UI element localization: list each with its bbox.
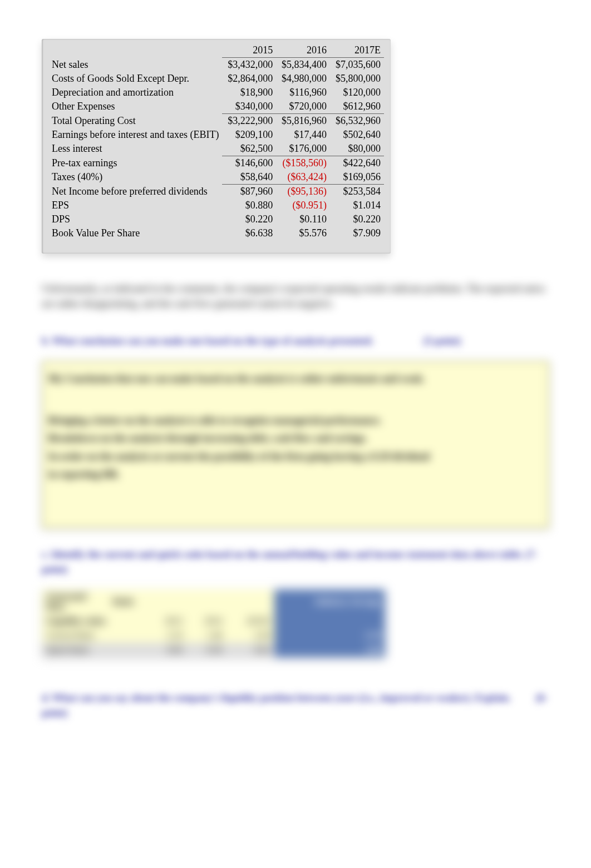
cell: 1.46	[187, 628, 226, 643]
cell: $87,960	[222, 185, 276, 199]
row-label: Less interest	[48, 142, 222, 156]
answer-line: Breakdown on the analysis through increa…	[48, 429, 543, 447]
row-label: Earnings before interest and taxes (EBIT…	[48, 128, 222, 142]
cell: $3,222,900	[222, 114, 276, 128]
cell: $169,056	[330, 170, 384, 185]
ratio-header: Generated Data	[42, 589, 109, 614]
ratio-header: Industry Average	[274, 589, 385, 614]
cell: $17,440	[276, 128, 330, 142]
cell	[274, 614, 385, 628]
table-row: Taxes (40%) $58,640 ($63,424) $169,056	[48, 170, 384, 185]
question-b-text: b. What conclusion can you make one base…	[42, 335, 373, 346]
ratio-table: Generated Data Ratio Industry Average Li…	[42, 589, 385, 657]
cell: $58,640	[222, 170, 276, 185]
cell: 2.33	[147, 628, 187, 643]
table-row: Depreciation and amortization $18,900 $1…	[48, 86, 384, 100]
header-2016: 2016	[276, 43, 330, 58]
cell: $0.880	[222, 199, 276, 212]
cell: $502,640	[330, 128, 384, 142]
table-row: Quick Ratio 0.85 0.50 0.93 1.00	[42, 643, 385, 657]
cell: $612,960	[330, 100, 384, 114]
cell: 2.58	[226, 628, 274, 643]
row-label: EPS	[48, 199, 222, 212]
answer-line: In order on the analysis at current the …	[48, 448, 543, 465]
cell: $120,000	[330, 86, 384, 100]
cell: $1.014	[330, 199, 384, 212]
cell: $209,100	[222, 128, 276, 142]
cell-negative: ($158,560)	[276, 156, 330, 171]
table-row: Pre-tax earnings $146,600 ($158,560) $42…	[48, 156, 384, 171]
question-d: d. What can you say about the company's …	[42, 691, 549, 721]
cell: $7,035,600	[330, 58, 384, 72]
cell: $2,864,000	[222, 72, 276, 86]
row-label: Taxes (40%)	[48, 170, 222, 185]
cell: $0.220	[222, 212, 276, 226]
ratio-header: Ratio	[109, 589, 147, 614]
table-row: Current Ratio 2.33 1.46 2.58 2.70	[42, 628, 385, 643]
cell: $116,960	[276, 86, 330, 100]
cell: $62,500	[222, 142, 276, 156]
question-b-points: (5-point)	[423, 335, 461, 346]
row-label: Net sales	[48, 58, 222, 72]
cell: $0.220	[330, 212, 384, 226]
answer-panel: My Conclusion that one can make based on…	[42, 361, 549, 528]
cell-negative: ($95,136)	[276, 185, 330, 199]
row-label: Costs of Goods Sold Except Depr.	[48, 72, 222, 86]
cell: $4,980,000	[276, 72, 330, 86]
table-row: Book Value Per Share $6.638 $5.576 $7.90…	[48, 226, 384, 240]
cell: 1.00	[274, 643, 385, 657]
cell: $3,432,000	[222, 58, 276, 72]
row-label: Quick Ratio	[42, 643, 147, 657]
row-label: Total Operating Cost	[48, 114, 222, 128]
table-row: Total Operating Cost $3,222,900 $5,816,9…	[48, 114, 384, 128]
row-label: Other Expenses	[48, 100, 222, 114]
cell: 0.93	[226, 643, 274, 657]
financial-table-panel: 2015 2016 2017E Net sales $3,432,000 $5,…	[42, 39, 391, 254]
cell-negative: ($63,424)	[276, 170, 330, 185]
answer-title: My Conclusion that one can make based on…	[48, 370, 543, 388]
cell: $176,000	[276, 142, 330, 156]
question-c-text: c. Identify the current and quick ratio …	[42, 549, 538, 575]
ratio-header	[226, 589, 274, 614]
header-2015: 2015	[222, 43, 276, 58]
blurred-text: Unfortunately, as indicated in the comme…	[42, 283, 545, 309]
cell: $18,900	[222, 86, 276, 100]
cell: $5,816,960	[276, 114, 330, 128]
table-row: Liquidity ratios 2013 2014 2015E	[42, 614, 385, 628]
table-row: Net Income before preferred dividends $8…	[48, 185, 384, 199]
ratio-header	[147, 589, 187, 614]
cell: $5,800,000	[330, 72, 384, 86]
cell: $0.110	[276, 212, 330, 226]
row-label: DPS	[48, 212, 222, 226]
question-d-text: d. What can you say about the company's …	[42, 692, 511, 703]
cell: $340,000	[222, 100, 276, 114]
cell: 2015E	[226, 614, 274, 628]
table-row: Costs of Goods Sold Except Depr. $2,864,…	[48, 72, 384, 86]
row-label: Depreciation and amortization	[48, 86, 222, 100]
cell-negative: ($0.951)	[276, 199, 330, 212]
cell: 0.85	[147, 643, 187, 657]
cell: $146,600	[222, 156, 276, 171]
blurred-paragraph: Unfortunately, as indicated in the comme…	[42, 281, 549, 311]
cell: $253,584	[330, 185, 384, 199]
cell: $6,532,960	[330, 114, 384, 128]
cell: $80,000	[330, 142, 384, 156]
header-2017e: 2017E	[330, 43, 384, 58]
table-row: Less interest $62,500 $176,000 $80,000	[48, 142, 384, 156]
cell: $422,640	[330, 156, 384, 171]
income-statement-table: 2015 2016 2017E Net sales $3,432,000 $5,…	[48, 43, 384, 240]
cell: 2013	[147, 614, 187, 628]
cell: $5,834,400	[276, 58, 330, 72]
cell: 2.70	[274, 628, 385, 643]
cell: $7.909	[330, 226, 384, 240]
table-row: Earnings before interest and taxes (EBIT…	[48, 128, 384, 142]
table-row: EPS $0.880 ($0.951) $1.014	[48, 199, 384, 212]
answer-line: Bringing a better on the analysis is abl…	[48, 411, 543, 429]
row-label: Pre-tax earnings	[48, 156, 222, 171]
cell: $6.638	[222, 226, 276, 240]
ratio-header	[187, 589, 226, 614]
row-label: Book Value Per Share	[48, 226, 222, 240]
answer-line: in reporting HR.	[48, 465, 543, 483]
table-row: Net sales $3,432,000 $5,834,400 $7,035,6…	[48, 58, 384, 72]
table-row: DPS $0.220 $0.110 $0.220	[48, 212, 384, 226]
